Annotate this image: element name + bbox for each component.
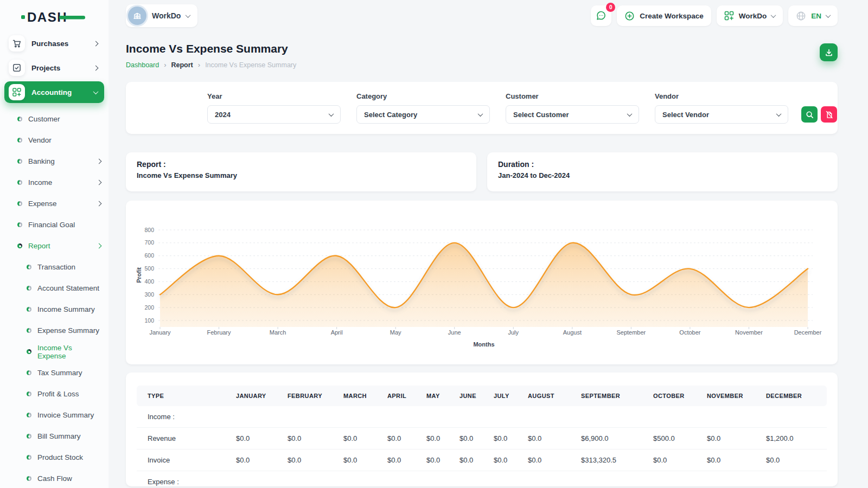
svg-text:100: 100	[144, 317, 154, 324]
svg-text:300: 300	[144, 291, 154, 298]
workspace-name: WorkDo	[152, 11, 181, 20]
workspace-switcher[interactable]: WorkDo	[126, 4, 197, 27]
sidebar-item-label: Vendor	[28, 136, 52, 144]
breadcrumb-report[interactable]: Report	[171, 61, 193, 69]
app-root: DASH PurchasesProjectsAccounting Custome…	[0, 0, 868, 488]
bullet-icon	[27, 434, 31, 439]
app-logo[interactable]: DASH	[0, 4, 108, 29]
create-workspace-button[interactable]: Create Workspace	[617, 5, 711, 26]
sidebar-item-label: Banking	[28, 157, 55, 165]
column-header-february: FEBRUARY	[283, 386, 339, 406]
breadcrumb-dashboard[interactable]: Dashboard	[126, 61, 159, 69]
messages-button[interactable]: 0	[591, 5, 611, 26]
svg-text:700: 700	[144, 239, 154, 246]
column-header-may: MAY	[422, 386, 455, 406]
report-card-value: Income Vs Expense Summary	[137, 171, 465, 179]
value-cell: $0.0	[232, 428, 283, 450]
column-header-march: MARCH	[339, 386, 383, 406]
sidebar-item-label: Income Vs Expense	[37, 344, 101, 360]
sidebar-item-tax-summary[interactable]: Tax Summary	[0, 362, 108, 383]
sidebar-item-customer[interactable]: Customer	[0, 108, 108, 130]
dash-logo-icon: DASH	[21, 9, 87, 25]
customer-select[interactable]: Select Customer	[506, 105, 639, 124]
search-button[interactable]	[801, 106, 818, 123]
svg-text:August: August	[563, 329, 582, 336]
sidebar-item-income-vs-expense[interactable]: Income Vs Expense	[0, 341, 108, 362]
filter-year: Year2024	[207, 92, 341, 124]
sidebar-item-account-statement[interactable]: Account Statement	[0, 278, 108, 299]
sidebar-item-label: Purchases	[31, 40, 87, 48]
svg-text:March: March	[270, 329, 286, 336]
svg-text:800: 800	[144, 227, 154, 233]
value-cell: $313,320.5	[577, 450, 649, 471]
category-select[interactable]: Select Category	[356, 105, 490, 124]
sidebar-item-label: Tax Summary	[37, 369, 82, 377]
bullet-icon	[17, 180, 22, 185]
sidebar-item-report[interactable]: Report	[0, 235, 108, 256]
sidebar-item-profit-loss[interactable]: Profit & Loss	[0, 383, 108, 404]
sidebar-item-financial-goal[interactable]: Financial Goal	[0, 214, 108, 235]
value-cell: $0.0	[383, 450, 422, 471]
sidebar-item-product-stock[interactable]: Product Stock	[0, 447, 108, 468]
table-section-label: Income :	[137, 406, 827, 428]
sidebar-item-purchases[interactable]: Purchases	[4, 33, 104, 54]
value-cell: $6,900.0	[577, 428, 649, 450]
sidebar-item-accounting[interactable]: Accounting	[4, 81, 104, 103]
bullet-icon	[27, 370, 31, 375]
sidebar-item-label: Profit & Loss	[37, 390, 79, 398]
bullet-icon	[17, 243, 22, 248]
sidebar-item-label: Expense Summary	[37, 326, 99, 335]
summary-table: TYPEJANUARYFEBRUARYMARCHAPRILMAYJUNEJULY…	[137, 386, 827, 486]
summary-table-card: TYPEJANUARYFEBRUARYMARCHAPRILMAYJUNEJULY…	[126, 373, 838, 486]
filter-actions	[801, 106, 837, 123]
sidebar-item-label: Account Statement	[37, 284, 99, 292]
language-selector[interactable]: EN	[788, 5, 838, 26]
download-button[interactable]	[820, 43, 838, 61]
sidebar-item-label: Financial Goal	[28, 221, 75, 229]
value-cell: $0.0	[383, 428, 422, 450]
reset-filter-button[interactable]	[821, 106, 837, 123]
plus-circle-icon	[624, 11, 635, 21]
create-workspace-label: Create Workspace	[640, 12, 704, 20]
vendor-select[interactable]: Select Vendor	[655, 105, 788, 124]
bullet-icon	[27, 265, 31, 269]
filter-label: Year	[207, 92, 341, 100]
chevron-down-icon	[93, 89, 99, 94]
value-cell: $0.0	[649, 450, 703, 471]
sidebar-item-transaction[interactable]: Transaction	[0, 256, 108, 278]
select-value: 2024	[215, 111, 231, 119]
sidebar-item-banking[interactable]: Banking	[0, 151, 108, 172]
sidebar-item-expense-summary[interactable]: Expense Summary	[0, 320, 108, 341]
bullet-icon	[17, 222, 22, 227]
value-cell: $1,200.0	[762, 428, 827, 450]
main-content: WorkDo 0 Create Wor	[108, 0, 868, 488]
chevron-right-icon	[97, 159, 102, 164]
sidebar-menu: CustomerVendorBankingIncomeExpenseFinanc…	[0, 108, 108, 488]
value-cell: $0.0	[422, 428, 455, 450]
sidebar-item-cash-flow[interactable]: Cash Flow	[0, 468, 108, 488]
row-type-cell: Revenue	[137, 428, 232, 450]
year-select[interactable]: 2024	[207, 105, 341, 124]
search-icon	[806, 111, 814, 119]
sidebar-item-expense[interactable]: Expense	[0, 193, 108, 214]
page-title: Income Vs Expense Summary	[126, 42, 296, 55]
globe-icon	[796, 11, 806, 21]
sidebar-item-income-summary[interactable]: Income Summary	[0, 299, 108, 320]
sidebar-item-invoice-summary[interactable]: Invoice Summary	[0, 404, 108, 426]
sidebar-item-vendor[interactable]: Vendor	[0, 130, 108, 151]
sidebar-item-income[interactable]: Income	[0, 172, 108, 193]
workspace-dropdown[interactable]: WorkDo	[717, 5, 783, 26]
duration-card: Duration : Jan-2024 to Dec-2024	[487, 152, 838, 191]
sidebar-item-bill-summary[interactable]: Bill Summary	[0, 426, 108, 447]
bullet-icon	[27, 286, 31, 291]
topbar-actions: 0 Create Workspace WorkDo	[591, 5, 838, 26]
svg-text:November: November	[735, 329, 763, 336]
file-off-icon	[825, 111, 833, 119]
chevron-down-icon	[776, 111, 782, 117]
svg-text:September: September	[616, 329, 646, 336]
download-icon	[825, 48, 833, 57]
sidebar-item-projects[interactable]: Projects	[4, 57, 104, 79]
sidebar-item-label: Income Summary	[37, 305, 95, 313]
chevron-down-icon	[771, 12, 776, 18]
svg-text:February: February	[207, 329, 232, 336]
